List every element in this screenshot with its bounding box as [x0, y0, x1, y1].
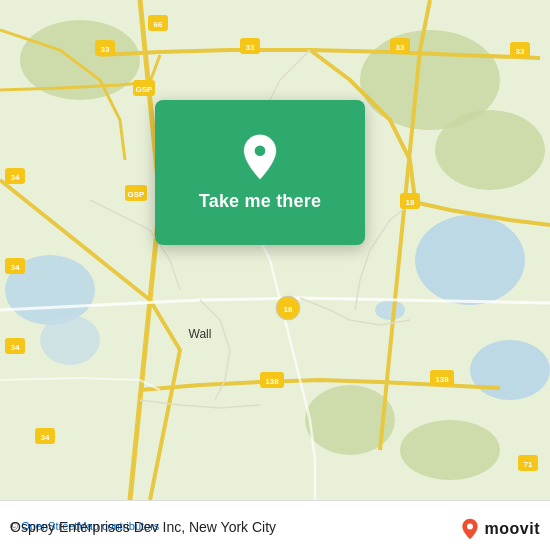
map-svg: 33 66 33 33 33 GSP 34 GSP 18 — [0, 0, 550, 500]
svg-text:138: 138 — [435, 375, 449, 384]
svg-text:34: 34 — [11, 173, 20, 182]
svg-text:66: 66 — [154, 20, 163, 29]
svg-text:138: 138 — [265, 377, 279, 386]
moovit-text: moovit — [485, 520, 540, 538]
svg-text:34: 34 — [11, 343, 20, 352]
svg-text:GSP: GSP — [136, 85, 154, 94]
svg-text:Wall: Wall — [189, 327, 212, 341]
svg-point-2 — [470, 340, 550, 400]
moovit-logo: moovit — [459, 518, 540, 540]
svg-text:18: 18 — [406, 198, 415, 207]
svg-text:71: 71 — [524, 460, 533, 469]
place-name-label: Osprey Enterprises Dev Inc, New York Cit… — [10, 519, 276, 535]
svg-point-8 — [435, 110, 545, 190]
svg-text:GSP: GSP — [128, 190, 146, 199]
action-card: Take me there — [155, 100, 365, 245]
svg-text:34: 34 — [41, 433, 50, 442]
svg-point-10 — [400, 420, 500, 480]
svg-text:33: 33 — [396, 43, 405, 52]
svg-point-1 — [415, 215, 525, 305]
svg-text:33: 33 — [516, 47, 525, 56]
take-me-there-button[interactable]: Take me there — [199, 191, 321, 212]
svg-text:33: 33 — [246, 43, 255, 52]
app-container: 33 66 33 33 33 GSP 34 GSP 18 — [0, 0, 550, 550]
map-background: 33 66 33 33 33 GSP 34 GSP 18 — [0, 0, 550, 500]
svg-text:18: 18 — [284, 305, 293, 314]
svg-point-5 — [375, 300, 405, 320]
location-pin-icon — [236, 133, 284, 181]
moovit-pin-icon — [459, 518, 481, 540]
svg-point-45 — [467, 524, 473, 530]
svg-text:33: 33 — [101, 45, 110, 54]
svg-point-4 — [40, 315, 100, 365]
svg-text:34: 34 — [11, 263, 20, 272]
svg-point-44 — [254, 145, 266, 157]
